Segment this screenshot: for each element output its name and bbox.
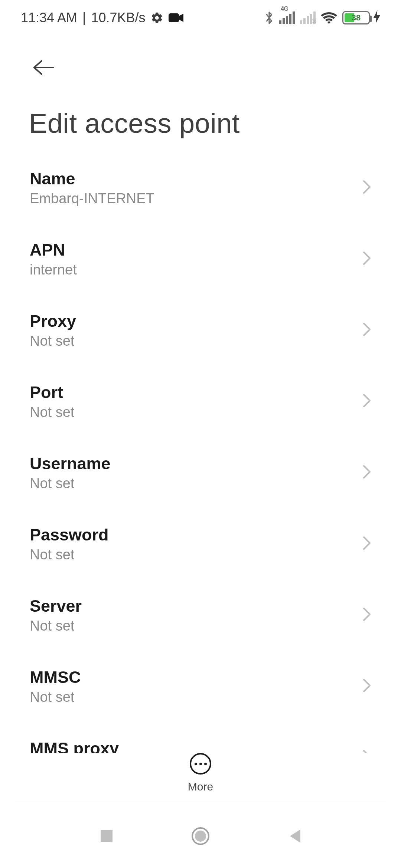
setting-row-name[interactable]: Name Embarq-INTERNET — [30, 152, 371, 223]
svg-rect-8 — [307, 16, 309, 24]
setting-value: Not set — [30, 618, 82, 634]
charging-bolt-icon — [374, 10, 380, 26]
svg-rect-2 — [283, 18, 285, 24]
svg-rect-0 — [169, 13, 179, 22]
svg-point-14 — [195, 831, 206, 842]
system-nav-bar — [0, 804, 401, 868]
status-right: 4G ✕ — [264, 10, 380, 26]
svg-rect-5 — [293, 11, 295, 24]
setting-row-apn[interactable]: APN internet — [30, 223, 371, 295]
svg-rect-12 — [101, 830, 113, 842]
svg-rect-7 — [303, 18, 306, 24]
setting-value: Not set — [30, 333, 76, 349]
page-title: Edit access point — [29, 108, 374, 139]
chevron-right-icon — [362, 464, 371, 481]
setting-label: Proxy — [30, 312, 76, 331]
signal-no-service-x-icon: ✕ — [312, 17, 317, 26]
chevron-right-icon — [362, 180, 371, 196]
video-camera-icon — [169, 13, 183, 23]
bluetooth-icon — [264, 10, 274, 25]
setting-text-block: MMS proxy Not set — [30, 739, 119, 753]
setting-label: Port — [30, 383, 74, 402]
signal-sim1-icon: 4G — [279, 11, 295, 24]
nav-home-button[interactable] — [189, 824, 212, 848]
nav-back-button[interactable] — [283, 824, 306, 848]
setting-text-block: Proxy Not set — [30, 312, 76, 349]
setting-text-block: Server Not set — [30, 596, 82, 634]
setting-label: Username — [30, 454, 111, 473]
setting-label: APN — [30, 240, 77, 260]
nav-recents-button[interactable] — [95, 824, 118, 848]
setting-text-block: Password Not set — [30, 525, 109, 563]
setting-text-block: APN internet — [30, 240, 77, 278]
setting-value: internet — [30, 262, 77, 278]
circle-icon — [191, 826, 210, 846]
setting-value: Not set — [30, 404, 74, 420]
status-time: 11:34 AM — [21, 10, 77, 26]
setting-label: Name — [30, 169, 154, 188]
triangle-left-icon — [287, 828, 302, 844]
svg-rect-3 — [286, 16, 288, 24]
setting-text-block: Username Not set — [30, 454, 111, 491]
setting-label: MMS proxy — [30, 739, 119, 753]
setting-value: Not set — [30, 547, 109, 563]
more-label: More — [188, 780, 213, 793]
setting-row-port[interactable]: Port Not set — [30, 366, 371, 437]
chevron-right-icon — [362, 393, 371, 410]
setting-row-mmsc[interactable]: MMSC Not set — [30, 651, 371, 722]
setting-row-proxy[interactable]: Proxy Not set — [30, 295, 371, 366]
gear-icon — [151, 11, 163, 24]
battery-percentage: 38 — [343, 13, 369, 23]
wifi-icon — [321, 11, 337, 24]
arrow-left-icon — [33, 59, 55, 76]
battery-icon: 38 — [342, 11, 370, 24]
chevron-right-icon — [362, 607, 371, 623]
setting-text-block: Name Embarq-INTERNET — [30, 169, 154, 207]
square-icon — [99, 829, 114, 844]
svg-rect-4 — [289, 14, 291, 24]
status-network-speed: 10.7KB/s — [91, 10, 145, 26]
status-separator: | — [82, 10, 86, 26]
setting-text-block: MMSC Not set — [30, 668, 81, 705]
chevron-right-icon — [362, 678, 371, 694]
app-header: Edit access point — [0, 43, 401, 139]
chevron-right-icon — [362, 749, 371, 753]
setting-text-block: Port Not set — [30, 383, 74, 420]
setting-label: Password — [30, 525, 109, 545]
setting-value: Not set — [30, 476, 111, 491]
setting-value: Not set — [30, 689, 81, 705]
setting-value: Embarq-INTERNET — [30, 191, 154, 207]
setting-label: Server — [30, 596, 82, 616]
more-dots-icon — [190, 753, 211, 775]
more-button[interactable]: More — [0, 753, 401, 793]
setting-row-username[interactable]: Username Not set — [30, 437, 371, 508]
settings-list: Name Embarq-INTERNET APN internet Proxy … — [0, 152, 401, 753]
status-left: 11:34 AM | 10.7KB/s — [21, 10, 183, 26]
setting-row-server[interactable]: Server Not set — [30, 579, 371, 651]
svg-rect-1 — [279, 20, 281, 24]
chevron-right-icon — [362, 322, 371, 338]
setting-label: MMSC — [30, 668, 81, 687]
signal-sim2-icon: ✕ — [300, 11, 316, 24]
svg-rect-6 — [300, 20, 302, 24]
setting-row-password[interactable]: Password Not set — [30, 508, 371, 579]
chevron-right-icon — [362, 536, 371, 552]
signal-4g-label: 4G — [281, 6, 288, 12]
back-button[interactable] — [30, 54, 57, 81]
setting-row-mms-proxy[interactable]: MMS proxy Not set — [30, 722, 371, 753]
chevron-right-icon — [362, 251, 371, 267]
status-bar: 11:34 AM | 10.7KB/s 4G — [0, 0, 401, 36]
